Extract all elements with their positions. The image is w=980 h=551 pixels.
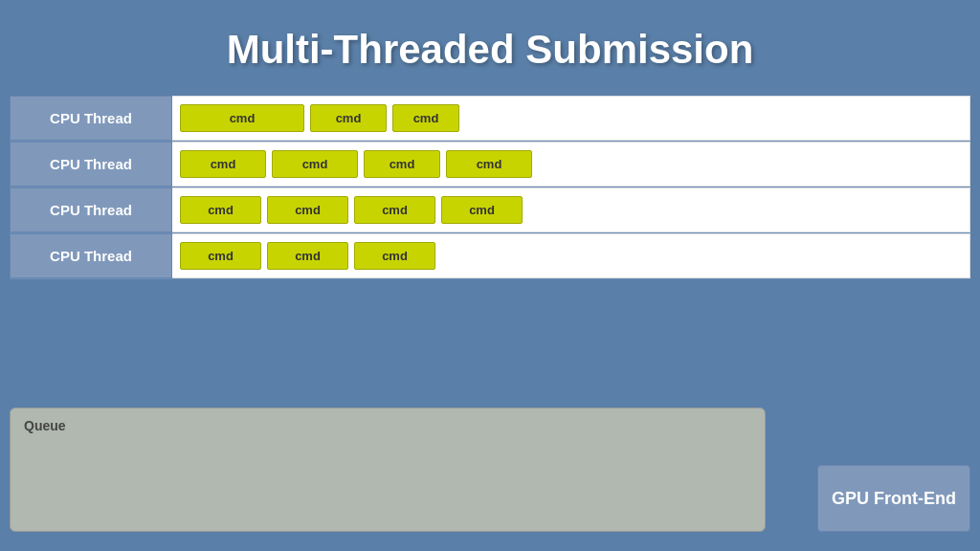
thread-label-3: CPU Thread <box>10 187 172 232</box>
thread-row-2: CPU Thread cmd cmd cmd cmd <box>10 142 970 187</box>
cmd-block: cmd <box>272 150 358 178</box>
thread-track-3: cmd cmd cmd cmd <box>172 187 970 232</box>
cmd-block: cmd <box>267 196 348 224</box>
cmd-block: cmd <box>446 150 532 178</box>
cmd-block: cmd <box>180 104 304 132</box>
page-title: Multi-Threaded Submission <box>0 0 980 96</box>
thread-row-4: CPU Thread cmd cmd cmd <box>10 233 970 279</box>
cmd-block: cmd <box>354 196 435 224</box>
cmd-block: cmd <box>441 196 523 224</box>
cmd-block: cmd <box>354 242 435 270</box>
cmd-block: cmd <box>180 150 266 178</box>
thread-row-3: CPU Thread cmd cmd cmd cmd <box>10 187 970 233</box>
queue-label: Queue <box>24 418 751 433</box>
bottom-section: Queue GPU Front-End <box>10 408 970 532</box>
cmd-block: cmd <box>180 196 261 224</box>
queue-box: Queue <box>10 408 766 532</box>
thread-row-1: CPU Thread cmd cmd cmd <box>10 96 970 142</box>
cmd-block: cmd <box>180 242 261 270</box>
thread-label-1: CPU Thread <box>10 96 172 141</box>
thread-track-1: cmd cmd cmd <box>172 96 970 141</box>
threads-container: CPU Thread cmd cmd cmd CPU Thread cmd cm… <box>10 96 970 279</box>
thread-track-2: cmd cmd cmd cmd <box>172 142 970 187</box>
cmd-block: cmd <box>392 104 459 132</box>
thread-label-4: CPU Thread <box>10 233 172 278</box>
thread-track-4: cmd cmd cmd <box>172 233 970 278</box>
gpu-frontend: GPU Front-End <box>817 465 970 532</box>
cmd-block: cmd <box>364 150 440 178</box>
thread-label-2: CPU Thread <box>10 142 172 187</box>
cmd-block: cmd <box>267 242 348 270</box>
cmd-block: cmd <box>310 104 387 132</box>
